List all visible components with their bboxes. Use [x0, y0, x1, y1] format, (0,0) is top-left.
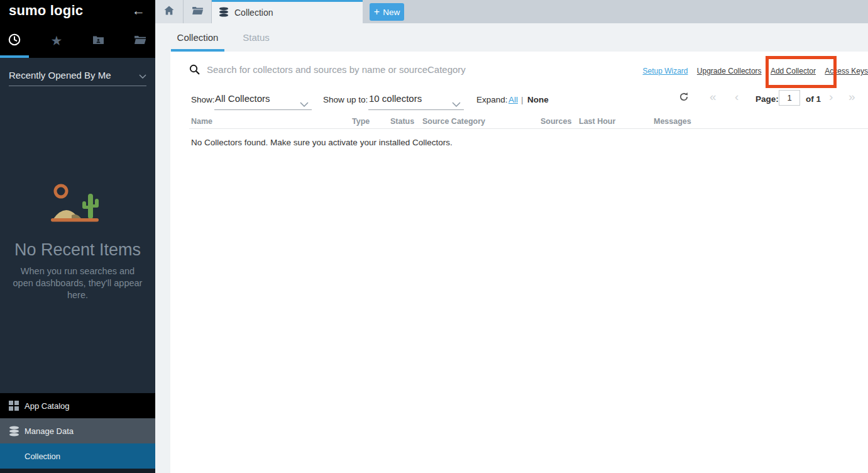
last-page-icon[interactable]: »: [849, 90, 855, 104]
expand-none-link[interactable]: None: [527, 95, 549, 104]
subtab-status[interactable]: Status: [229, 23, 283, 52]
folder-tab-button[interactable]: [184, 0, 212, 23]
recently-opened-dropdown[interactable]: Recently Opened By Me: [9, 65, 146, 86]
menu-item-label: Manage Data: [25, 426, 74, 436]
sidebar-menu: App Catalog Manage Data Collection: [0, 393, 155, 473]
database-icon: [219, 7, 229, 19]
setup-wizard-link[interactable]: Setup Wizard: [642, 67, 688, 75]
column-header-messages[interactable]: Messages: [654, 117, 691, 126]
expand-all-link[interactable]: All: [508, 95, 518, 104]
toolbar-links: Setup Wizard Upgrade Collectors Add Coll…: [635, 67, 868, 75]
column-header-sources[interactable]: Sources: [541, 117, 571, 126]
no-recent-items-title: No Recent Items: [0, 240, 155, 260]
top-tab-bar: Collection + New: [155, 0, 868, 23]
sidebar-item-app-catalog[interactable]: App Catalog: [0, 393, 155, 418]
tab-collection[interactable]: Collection: [212, 0, 363, 23]
column-header-source-category[interactable]: Source Category: [422, 117, 485, 126]
desert-illustration: [48, 184, 108, 228]
collapse-sidebar-icon[interactable]: ←: [132, 3, 145, 18]
page-total-label: of 1: [806, 94, 821, 104]
subtab-collection[interactable]: Collection: [171, 23, 224, 52]
new-button[interactable]: + New: [370, 3, 404, 21]
folder-user-icon: [92, 35, 104, 47]
refresh-icon[interactable]: [679, 92, 689, 104]
sidebar-header: sumo logic ← ★: [0, 0, 155, 58]
sumo-logic-logo: sumo logic: [9, 3, 83, 19]
add-collector-link[interactable]: Add Collector: [771, 67, 816, 75]
expand-separator: |: [521, 95, 524, 104]
chevron-down-icon: [139, 70, 146, 81]
no-recent-items-subtitle: When you run searches and open dashboard…: [11, 265, 144, 301]
menu-item-label: App Catalog: [25, 401, 70, 411]
show-label: Show:: [191, 95, 215, 104]
chevron-down-icon[interactable]: [452, 98, 461, 109]
sidebar-bottom-strip: [0, 469, 155, 473]
active-tab-indicator: [0, 55, 29, 58]
show-dropdown-underline: [214, 109, 312, 110]
access-keys-link[interactable]: Access Keys: [825, 67, 868, 75]
app-grid-icon: [9, 401, 19, 411]
content-area: Setup Wizard Upgrade Collectors Add Coll…: [155, 52, 868, 473]
tab-personal-folder[interactable]: [89, 33, 107, 49]
sidebar-item-manage-data[interactable]: Manage Data: [0, 418, 155, 443]
home-tab-button[interactable]: [155, 0, 184, 23]
folder-open-icon: [134, 35, 146, 47]
show-up-to-label: Show up to:: [323, 95, 368, 104]
search-icon: [189, 64, 200, 77]
main-area: Collection + New Collection Status Setup…: [155, 0, 868, 473]
first-page-icon[interactable]: «: [710, 90, 717, 104]
show-dropdown[interactable]: All Collectors: [215, 93, 270, 104]
recently-opened-label: Recently Opened By Me: [9, 70, 111, 81]
collection-panel: Setup Wizard Upgrade Collectors Add Coll…: [170, 52, 868, 473]
plus-icon: +: [374, 8, 380, 16]
tab-favorites[interactable]: ★: [47, 33, 66, 49]
show-up-to-dropdown[interactable]: 10 collectors: [369, 93, 422, 104]
tab-collection-label: Collection: [234, 8, 273, 18]
column-header-name[interactable]: Name: [191, 117, 212, 126]
menu-item-label: Collection: [25, 452, 60, 461]
prev-page-icon[interactable]: ‹: [735, 90, 739, 104]
upgrade-collectors-link[interactable]: Upgrade Collectors: [697, 67, 762, 75]
expand-label: Expand:: [476, 95, 508, 104]
home-icon: [164, 6, 174, 18]
search-input[interactable]: [207, 60, 609, 78]
column-header-last-hour[interactable]: Last Hour: [579, 117, 615, 126]
sidebar: sumo logic ← ★ Recently Opened By Me: [0, 0, 155, 473]
column-header-status[interactable]: Status: [390, 117, 414, 126]
show-up-to-dropdown-underline: [368, 109, 464, 110]
table-header-divider: [189, 128, 868, 129]
column-header-type[interactable]: Type: [352, 117, 370, 126]
page-number-input[interactable]: [779, 90, 800, 106]
next-page-icon[interactable]: ›: [829, 90, 833, 104]
star-icon: ★: [51, 35, 63, 47]
sub-tab-bar: Collection Status: [155, 23, 868, 52]
database-icon: [9, 426, 19, 437]
tab-recent[interactable]: [5, 33, 24, 49]
tab-library[interactable]: [131, 33, 150, 49]
folder-open-icon: [192, 6, 204, 18]
page-label: Page:: [755, 94, 779, 104]
chevron-down-icon[interactable]: [300, 98, 309, 109]
sidebar-item-collection[interactable]: Collection: [0, 443, 155, 469]
new-button-label: New: [383, 8, 400, 17]
empty-table-message: No Collectors found. Make sure you activ…: [191, 138, 453, 147]
clock-icon: [8, 33, 21, 49]
